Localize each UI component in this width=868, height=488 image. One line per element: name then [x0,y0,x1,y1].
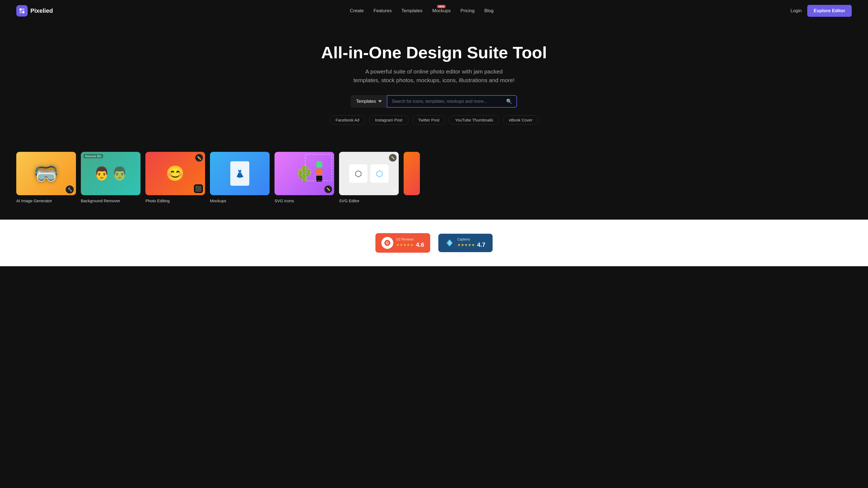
g2-stars: ★★★★★ [396,242,414,247]
card-label-photo: Photo Editing [145,198,169,203]
card-background-remover[interactable]: 👨 👨 Remove BG Background Remover [81,152,141,203]
cards-section: 🥽 🔧 AI Image Generator 👨 👨 Remove BG Bac… [0,141,868,220]
nav-link-features[interactable]: Features [373,8,392,13]
nav-link-templates[interactable]: Templates [401,8,422,13]
hero-subtitle: A powerful suite of online photo editor … [352,67,516,84]
tag-facebook-ad[interactable]: Facebook Ad [329,115,366,125]
card-label-ai: AI Image Generator [16,198,52,203]
logo[interactable]: Pixelied [16,5,53,17]
svg-text:G: G [386,241,389,245]
card-label-mockup: Mockups [210,198,226,203]
card-svg-editor[interactable]: ⬡ ⬡ ✏️ ↘ SVG Editor [339,152,399,203]
capterra-info: Capterra ★★★★★ 4.7 [457,237,486,248]
nav-links: Create Features Templates Mockups NEW Pr… [350,8,494,13]
hero-section: All-in-One Design Suite Tool A powerful … [0,22,868,141]
mockups-badge: NEW [437,5,446,8]
capterra-badge: C Capterra ★★★★★ 4.7 [438,234,493,252]
search-category-dropdown[interactable]: Templates [351,95,387,107]
card-ai-image-generator[interactable]: 🥽 🔧 AI Image Generator [16,152,76,203]
svg-rect-0 [20,8,22,10]
card-mockups[interactable]: 👗 Mockups [210,152,270,203]
chevron-down-icon [378,99,382,103]
capterra-logo-icon: C [444,238,455,248]
login-link[interactable]: Login [790,8,802,13]
card-label-svg-icons: SVG Icons [275,198,294,203]
g2-score: 4.6 [416,241,424,248]
dropdown-label: Templates [356,99,376,104]
search-icon: 🔍 [506,98,512,104]
svg-rect-1 [22,8,24,10]
tag-youtube-thumbnails[interactable]: YouTube Thumbnails [449,115,499,125]
svg-rect-2 [20,11,22,13]
g2-logo-icon: G [381,237,393,249]
svg-text:C: C [448,242,450,245]
logo-icon [16,5,28,17]
search-input-wrap: 🔍 [387,95,517,108]
rating-section: G G2 Reviews ★★★★★ 4.6 C Capterra ★★★★★ … [0,220,868,266]
brand-name: Pixelied [30,7,53,14]
quick-tags: Facebook Ad Instagram Post Twitter Post … [5,115,863,125]
capterra-platform-label: Capterra [457,237,486,241]
capterra-score: 4.7 [477,241,486,248]
tag-twitter-post[interactable]: Twitter Post [412,115,445,125]
nav-link-pricing[interactable]: Pricing [461,8,475,13]
nav-link-create[interactable]: Create [350,8,364,13]
card-photo-editing[interactable]: 😊 ⬛ ✏️ Photo Editing [145,152,205,203]
search-input[interactable] [392,99,506,104]
search-bar: Templates 🔍 [5,95,863,108]
card-label-bg: Background Remover [81,198,120,203]
svg-rect-3 [22,11,24,13]
capterra-stars: ★★★★★ [457,242,475,247]
tag-instagram-post[interactable]: Instagram Post [369,115,409,125]
navbar: Pixelied Create Features Templates Mocku… [0,0,868,22]
card-label-svg-editor: SVG Editor [339,198,360,203]
tag-ebook-cover[interactable]: eBook Cover [503,115,539,125]
card-extra[interactable] [404,152,420,203]
hero-title: All-in-One Design Suite Tool [5,43,863,62]
cards-row: 🥽 🔧 AI Image Generator 👨 👨 Remove BG Bac… [0,152,868,203]
g2-badge: G G2 Reviews ★★★★★ 4.6 [375,233,430,253]
card-svg-icons[interactable]: 🌵 ✏️ SVG Icons [275,152,334,203]
explore-editor-button[interactable]: Explore Editor [807,5,852,17]
g2-info: G2 Reviews ★★★★★ 4.6 [396,237,424,248]
g2-platform-label: G2 Reviews [396,237,424,241]
nav-actions: Login Explore Editor [790,5,852,17]
nav-link-blog[interactable]: Blog [484,8,493,13]
nav-link-mockups[interactable]: Mockups NEW [432,8,451,13]
